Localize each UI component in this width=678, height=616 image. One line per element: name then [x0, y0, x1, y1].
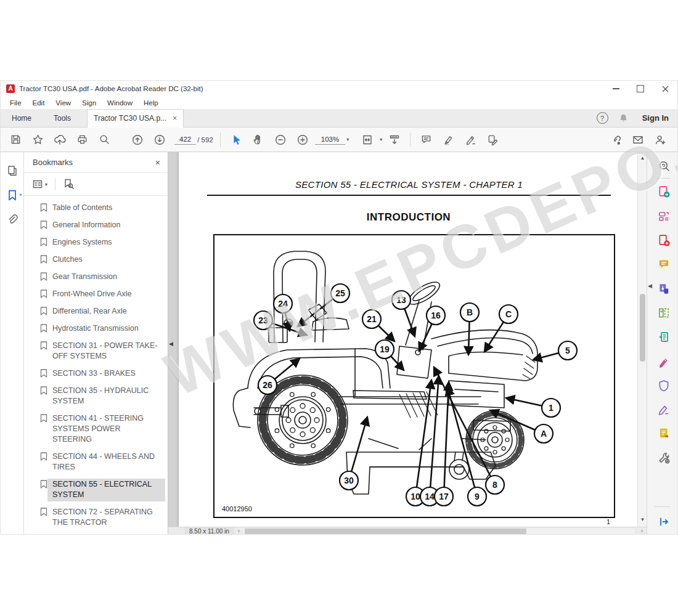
more-tools-button[interactable]: [656, 450, 671, 465]
menu-window[interactable]: Window: [102, 99, 138, 107]
bookmark-item[interactable]: SECTION 33 - BRAKES: [24, 365, 168, 383]
sign-in-button[interactable]: Sign In: [642, 113, 669, 123]
bookmark-options-button[interactable]: ▾: [31, 178, 49, 190]
zoom-in-button[interactable]: [293, 131, 312, 149]
bookmark-item-label: SECTION 35 - HYDRAULIC SYSTEM: [47, 385, 165, 408]
horizontal-scrollbar[interactable]: [243, 529, 635, 534]
share-link-button[interactable]: [607, 131, 625, 149]
zoom-out-button[interactable]: [271, 131, 290, 149]
bookmark-item[interactable]: SECTION 90 - PLATFORM: [24, 532, 168, 535]
vertical-scroll-thumb[interactable]: [640, 294, 645, 362]
menu-help[interactable]: Help: [138, 99, 164, 107]
bookmark-item[interactable]: SECTION 44 - WHEELS AND TIRES: [24, 448, 168, 476]
vertical-scrollbar[interactable]: ▲ ▼: [637, 152, 647, 527]
upload-cloud-icon: [54, 134, 66, 146]
menu-sign[interactable]: Sign: [76, 99, 102, 107]
bookmark-item-icon: [40, 272, 47, 281]
scroll-up-icon[interactable]: ▲: [638, 155, 647, 161]
request-signatures-button[interactable]: [656, 426, 671, 440]
page-number-input[interactable]: 422: [174, 134, 196, 145]
edit-pdf-button[interactable]: [656, 209, 671, 224]
bell-icon: [618, 113, 629, 123]
hand-icon: [252, 134, 264, 145]
close-button[interactable]: [653, 81, 677, 97]
scroll-mode-button[interactable]: [385, 131, 404, 149]
print-button[interactable]: [73, 131, 91, 149]
zoom-dropdown-caret-icon[interactable]: ▾: [346, 137, 349, 142]
bookmark-item[interactable]: SECTION 35 - HYDRAULIC SYSTEM: [24, 383, 168, 410]
bookmarks-panel-close-button[interactable]: ×: [155, 158, 160, 168]
fit-width-button[interactable]: [358, 131, 377, 149]
upload-cloud-button[interactable]: [51, 131, 69, 149]
menu-view[interactable]: View: [50, 99, 76, 107]
bookmark-item[interactable]: Hydrostatic Transmission: [24, 320, 168, 338]
search-icon: [99, 134, 110, 145]
scroll-right-icon[interactable]: ›: [637, 528, 647, 534]
tab-home[interactable]: Home: [1, 114, 43, 123]
help-button[interactable]: ?: [597, 112, 608, 124]
bookmark-item[interactable]: Table of Contents: [24, 200, 168, 217]
hand-tool-button[interactable]: [249, 131, 268, 149]
minimize-button[interactable]: [603, 81, 628, 97]
tools-rail-collapse-handle[interactable]: ◀: [648, 283, 652, 289]
bookmarks-panel-button[interactable]: [5, 188, 20, 203]
zoom-level-input[interactable]: 103%: [315, 134, 345, 145]
tab-close-icon[interactable]: ×: [173, 114, 177, 123]
bookmark-item[interactable]: SECTION 41 - STEERING SYSTEMS POWER STEE…: [24, 410, 168, 448]
email-button[interactable]: [629, 131, 647, 149]
select-cursor-icon: [231, 134, 242, 145]
certificates-button[interactable]: [656, 402, 671, 416]
scan-ocr-button[interactable]: [656, 330, 671, 344]
fill-sign-tool-button[interactable]: [461, 131, 480, 149]
bookmark-item[interactable]: SECTION 31 - POWER TAKE-OFF SYSTEMS: [24, 338, 168, 365]
next-page-button[interactable]: [150, 131, 169, 149]
fill-sign-button[interactable]: [656, 354, 671, 369]
scroll-left-icon[interactable]: ‹: [234, 528, 243, 534]
bookmark-item[interactable]: Clutches: [24, 251, 168, 269]
select-tool-button[interactable]: [227, 131, 245, 149]
horizontal-scroll-thumb[interactable]: [245, 529, 526, 534]
protect-pdf-button[interactable]: [656, 378, 671, 393]
menu-edit[interactable]: Edit: [27, 99, 51, 107]
page-thumbnails-button[interactable]: [5, 163, 20, 178]
comment-tool-button[interactable]: [417, 131, 435, 149]
save-button[interactable]: [6, 131, 25, 149]
maximize-button[interactable]: [628, 81, 653, 97]
bookmark-item[interactable]: SECTION 55 - ELECTRICAL SYSTEM: [24, 476, 168, 504]
tab-tools[interactable]: Tools: [43, 114, 82, 123]
page-size-label: 8.50 x 11.00 in: [184, 527, 234, 535]
open-tools-pane-button[interactable]: [656, 514, 671, 529]
star-icon: [32, 134, 44, 145]
scroll-down-icon[interactable]: ▼: [638, 517, 647, 522]
notifications-button[interactable]: [618, 113, 629, 123]
menu-file[interactable]: File: [4, 99, 27, 107]
combine-files-button[interactable]: [656, 282, 671, 296]
fill-sign-icon: [657, 355, 671, 368]
find-current-bookmark-button[interactable]: [62, 177, 75, 191]
comment-tools-button[interactable]: [656, 257, 671, 272]
create-pdf-button[interactable]: [656, 233, 671, 248]
bookmark-item-label: SECTION 41 - STEERING SYSTEMS POWER STEE…: [47, 413, 165, 446]
search-tools-button[interactable]: [656, 158, 671, 173]
bookmark-item[interactable]: SECTION 72 - SEPARATING THE TRACTOR: [24, 504, 168, 532]
account-button[interactable]: [651, 131, 669, 149]
bookmark-item[interactable]: Differential, Rear Axle: [24, 303, 168, 320]
attachments-button[interactable]: [5, 213, 20, 227]
organize-pages-button[interactable]: [656, 306, 671, 320]
panel-open-indicator-icon: ▸: [20, 192, 22, 197]
bookmark-item[interactable]: Gear Transmission: [24, 269, 168, 286]
bookmark-item[interactable]: General Information: [24, 217, 168, 234]
stamp-tool-button[interactable]: [483, 131, 502, 149]
pdf-page: SECTION 55 - ELECTRICAL SYSTEM - CHAPTER…: [179, 152, 639, 527]
search-button[interactable]: [95, 131, 113, 149]
tab-document[interactable]: Tractor TC30 USA.p... ×: [87, 109, 184, 128]
fit-dropdown-caret-icon[interactable]: ▾: [380, 137, 382, 142]
export-pdf-button[interactable]: [656, 184, 671, 199]
previous-page-button[interactable]: [128, 131, 147, 149]
bookmark-item[interactable]: Front-Wheel Drive Axle: [24, 286, 168, 303]
bookmark-item[interactable]: Engines Systems: [24, 234, 168, 251]
favorite-star-button[interactable]: [28, 131, 47, 149]
comment-icon: [420, 134, 432, 145]
panel-collapse-handle[interactable]: ◀: [169, 341, 173, 347]
highlight-tool-button[interactable]: [439, 131, 457, 149]
